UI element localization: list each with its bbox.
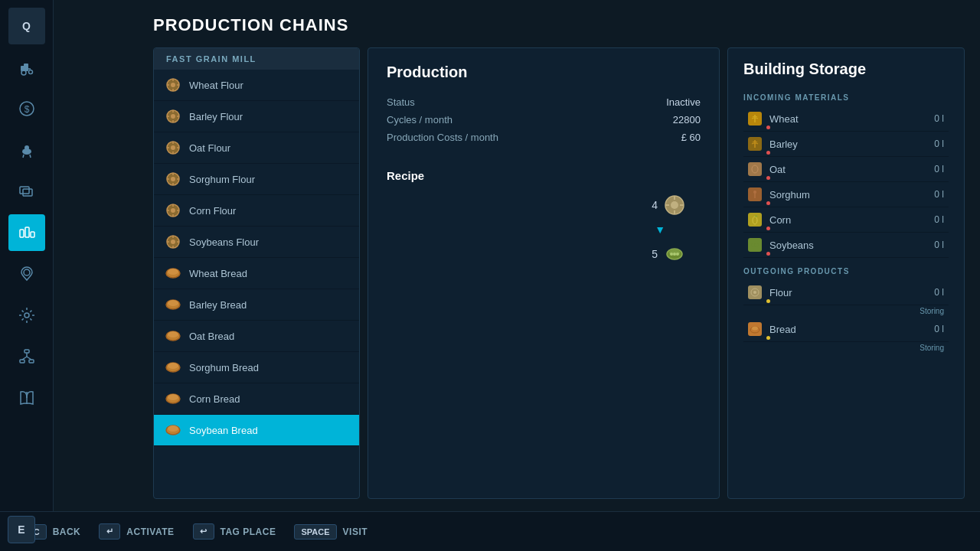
activate-action[interactable]: ↵ ACTIVATE — [99, 523, 174, 540]
bread-label: Bread — [769, 324, 926, 335]
corn-bread-icon — [165, 390, 181, 407]
barley-value: 0 l — [934, 139, 944, 149]
back-label: BACK — [53, 527, 81, 537]
list-item[interactable]: Corn Flour — [154, 195, 359, 227]
status-label: Status — [387, 96, 415, 108]
svg-line-23 — [27, 357, 31, 360]
list-item[interactable]: Oat Flour — [154, 132, 359, 164]
sorghum-flour-icon — [165, 171, 181, 187]
svg-rect-14 — [25, 227, 29, 237]
corn-flour-icon — [165, 202, 181, 219]
recipe-item-soybean: 5 — [652, 243, 685, 265]
sidebar-item-mappin[interactable] — [8, 256, 45, 292]
barley-label: Barley — [769, 139, 926, 150]
list-item[interactable]: Barley Bread — [154, 289, 359, 321]
q-icon: Q — [22, 20, 31, 32]
list-item[interactable]: Oat Bread — [154, 321, 359, 352]
book-icon — [18, 389, 36, 407]
svg-point-50 — [171, 208, 175, 213]
tagplace-action[interactable]: ↩ TAG PLACE — [193, 523, 276, 540]
wheat-dot — [766, 126, 770, 129]
dollar-icon: $ — [18, 99, 36, 118]
storage-title: Building Storage — [743, 60, 949, 78]
svg-point-90 — [753, 291, 756, 294]
sidebar-item-q[interactable]: Q — [8, 8, 45, 44]
sidebar-item-production[interactable] — [8, 214, 45, 251]
bread-dot — [766, 336, 770, 340]
visit-action[interactable]: SPACE VISIT — [294, 524, 368, 540]
bread-value: 0 l — [934, 324, 944, 334]
svg-point-62 — [168, 269, 178, 275]
costs-row: Production Costs / month £ 60 — [387, 132, 701, 143]
svg-line-22 — [22, 357, 27, 360]
recipe-amount-soybean: 5 — [652, 248, 658, 260]
oat-storage-icon — [748, 162, 762, 176]
sidebar-item-book[interactable] — [8, 380, 45, 416]
soybeans-label: Soybeans — [769, 240, 926, 251]
barley-flour-icon — [165, 108, 181, 125]
production-stats: Status Inactive Cycles / month 22800 Pro… — [387, 96, 701, 143]
network-icon — [18, 347, 36, 366]
tagplace-key: ↩ — [193, 523, 214, 540]
corn-storage-icon — [748, 213, 762, 227]
svg-rect-13 — [20, 230, 24, 237]
list-item-label: Soybeans Flour — [189, 236, 259, 248]
list-item-selected[interactable]: Soybean Bread — [154, 415, 359, 446]
soybean-recipe-icon — [664, 243, 685, 265]
flour-tag: Storing — [743, 305, 949, 317]
svg-point-92 — [752, 327, 758, 331]
barley-storage-icon — [748, 137, 762, 151]
list-item-label: Sorghum Bread — [189, 362, 259, 373]
svg-point-16 — [24, 269, 30, 276]
list-item-label: Soybean Bread — [189, 425, 258, 436]
sidebar-item-tractor[interactable] — [8, 49, 45, 86]
sidebar-item-network[interactable] — [8, 338, 45, 375]
list-item[interactable]: Soybeans Flour — [154, 227, 359, 258]
storage-item-wheat: Wheat 0 l — [743, 106, 949, 132]
sorghum-dot — [766, 201, 770, 205]
svg-point-68 — [168, 363, 178, 369]
storage-panel: Building Storage INCOMING MATERIALS Whea… — [727, 47, 965, 499]
list-item[interactable]: Corn Bread — [154, 383, 359, 415]
storage-outgoing-bread-wrapper: Bread 0 l Storing — [743, 317, 949, 354]
flour-value: 0 l — [934, 287, 944, 298]
oat-flour-icon — [165, 139, 181, 156]
list-item-label: Corn Flour — [189, 205, 236, 217]
svg-rect-1 — [24, 64, 28, 67]
cards-icon — [18, 182, 36, 201]
gear-icon — [18, 306, 36, 324]
list-item[interactable]: Wheat Flour — [154, 70, 359, 101]
list-item-label: Oat Flour — [189, 142, 230, 154]
sidebar-item-livestock[interactable] — [8, 132, 45, 168]
barley-dot — [766, 151, 770, 155]
e-button[interactable]: E — [8, 516, 35, 543]
oat-value: 0 l — [934, 164, 944, 174]
production-icon — [18, 223, 36, 242]
status-row: Status Inactive — [387, 96, 701, 108]
svg-point-83 — [676, 253, 679, 256]
corn-dot — [766, 227, 770, 230]
sidebar-item-cards[interactable] — [8, 173, 45, 210]
sorghum-label: Sorghum — [769, 189, 926, 201]
list-item[interactable]: Sorghum Flour — [154, 164, 359, 195]
svg-point-70 — [168, 394, 178, 400]
svg-point-88 — [755, 243, 759, 247]
svg-point-85 — [753, 191, 756, 194]
corn-value: 0 l — [934, 214, 944, 225]
svg-rect-20 — [29, 360, 34, 363]
svg-rect-18 — [24, 350, 29, 353]
sidebar-item-gear[interactable] — [8, 297, 45, 334]
status-value: Inactive — [666, 96, 701, 108]
list-item[interactable]: Sorghum Bread — [154, 352, 359, 383]
sorghum-value: 0 l — [934, 189, 944, 200]
list-item[interactable]: Barley Flour — [154, 101, 359, 132]
storage-item-soybeans: Soybeans 0 l — [743, 233, 949, 258]
svg-point-82 — [673, 253, 676, 256]
svg-point-64 — [168, 300, 178, 306]
sidebar-item-dollar[interactable]: $ — [8, 90, 45, 127]
list-item[interactable]: Wheat Bread — [154, 258, 359, 289]
wheat-bread-icon — [165, 265, 181, 282]
svg-text:$: $ — [24, 104, 29, 115]
wheat-storage-icon — [748, 112, 762, 126]
list-item-label: Corn Bread — [189, 393, 240, 405]
